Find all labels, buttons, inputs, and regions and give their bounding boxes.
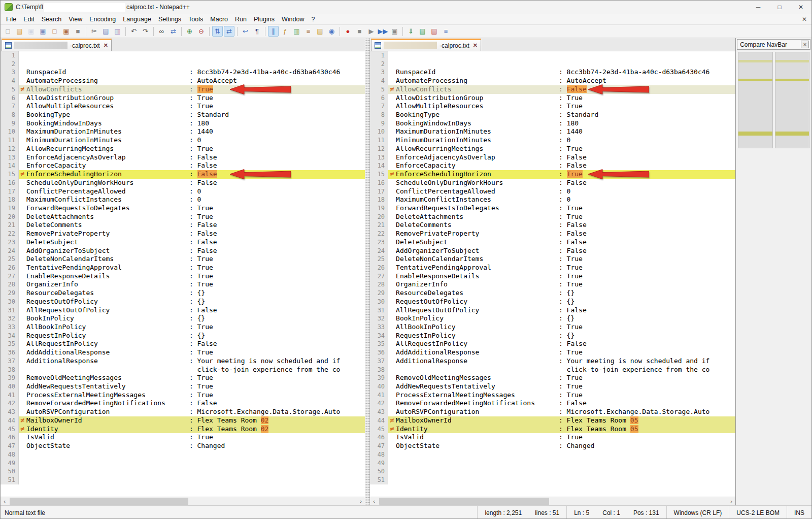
compare-navbar-close-icon[interactable]: ✕ <box>801 41 809 48</box>
editor-line[interactable]: 38 click-to-join experience from the co <box>370 366 735 374</box>
function-list-icon[interactable]: ƒ <box>280 26 290 37</box>
editor-line[interactable]: 30 RequestOutOfPolicy: {} <box>370 298 735 306</box>
editor-line[interactable]: 1 <box>1 51 365 60</box>
navbar-diff-stripe[interactable] <box>775 132 809 136</box>
editor-line[interactable]: 47 ObjectState: Changed <box>370 442 735 450</box>
word-wrap-icon[interactable]: ↩ <box>240 26 251 37</box>
sync-horizontal-scrolling-icon[interactable]: ⇄ <box>224 26 234 37</box>
menu-item-tools[interactable]: Tools <box>185 15 207 24</box>
editor-line[interactable]: 11 MinimumDurationInMinutes: 0 <box>370 136 735 145</box>
editor-line[interactable]: 21 DeleteComments: False <box>1 221 365 230</box>
editor-line[interactable]: 4 AutomateProcessing: AutoAccept <box>370 77 735 85</box>
editor-line[interactable]: 15≠EnforceSchedulingHorizon: False <box>1 170 365 179</box>
status-insert-mode[interactable]: INS <box>787 506 811 519</box>
editor-line[interactable]: 36 AddAdditionalResponse: True <box>1 348 365 357</box>
editor-line[interactable]: 4 AutomateProcessing: AutoAccept <box>1 77 365 85</box>
menu-item-help[interactable]: ? <box>308 15 318 24</box>
indent-guide-icon[interactable]: ∥ <box>268 26 279 37</box>
editor-line[interactable]: 44≠MailboxOwnerId: Flex Teams Room 02 <box>1 416 365 425</box>
navbar-column-left[interactable] <box>738 52 772 148</box>
macro-run-multiple-icon[interactable]: ▶▶ <box>378 26 388 37</box>
document-list-icon[interactable]: ≡ <box>303 26 314 37</box>
editor-line[interactable]: 28 OrganizerInfo: True <box>370 280 735 289</box>
zoom-out-icon[interactable]: ⊖ <box>196 26 207 37</box>
editor-line[interactable]: 39 RemoveOldMeetingMessages: True <box>370 374 735 382</box>
navbar-column-right[interactable] <box>775 52 809 148</box>
editor-line[interactable]: 21 DeleteComments: False <box>370 221 735 230</box>
scroll-right-arrow-icon[interactable]: › <box>727 498 735 504</box>
editor-line[interactable]: 51 <box>370 476 735 484</box>
minimize-button[interactable]: ─ <box>748 1 769 14</box>
editor-line[interactable]: 46 IsValid: True <box>370 433 735 442</box>
editor-line[interactable]: 42 RemoveForwardedMeetingNotifications: … <box>1 399 365 408</box>
editor-line[interactable]: 3 RunspaceId: 8cc3bb74-2e3d-41ba-a40c-d6… <box>1 68 365 77</box>
print-icon[interactable]: ■ <box>73 26 83 37</box>
menu-item-settings[interactable]: Settings <box>155 15 185 24</box>
editor-line[interactable]: 23 DeleteSubject: False <box>1 238 365 247</box>
editor-line[interactable]: 29 ResourceDelegates: {} <box>1 289 365 298</box>
macro-stop-icon[interactable]: ■ <box>354 26 365 37</box>
editor-line[interactable]: 45≠Identity: Flex Teams Room 05 <box>370 425 735 434</box>
menu-item-file[interactable]: File <box>3 15 20 24</box>
editor-line[interactable]: 38 click-to-join experience from the co <box>1 366 365 374</box>
macro-play-icon[interactable]: ▶ <box>366 26 377 37</box>
editor-line[interactable]: 5≠AllowConflicts: False <box>370 85 735 94</box>
menubar-close-icon[interactable]: ✕ <box>800 16 811 23</box>
navbar-diff-stripe[interactable] <box>738 79 772 81</box>
editor-line[interactable]: 19 ForwardRequestsToDelegates: True <box>370 204 735 213</box>
right-editor[interactable]: 1 2 3 RunspaceId: 8cc3bb74-2e3d-41ba-a40… <box>370 51 735 497</box>
editor-line[interactable]: 44≠MailboxOwnerId: Flex Teams Room 05 <box>370 416 735 425</box>
editor-line[interactable]: 17 ConflictPercentageAllowed: 0 <box>370 187 735 196</box>
editor-line[interactable]: 9 BookingWindowInDays: 180 <box>370 119 735 128</box>
editor-line[interactable]: 27 EnableResponseDetails: True <box>370 272 735 281</box>
editor-line[interactable]: 15≠EnforceSchedulingHorizon: True <box>370 170 735 179</box>
editor-line[interactable]: 42 RemoveForwardedMeetingNotifications: … <box>370 399 735 408</box>
editor-line[interactable]: 16 ScheduleOnlyDuringWorkHours: False <box>370 179 735 187</box>
editor-line[interactable]: 18 MaximumConflictInstances: 0 <box>370 196 735 204</box>
editor-line[interactable]: 10 MaximumDurationInMinutes: 1440 <box>1 127 365 136</box>
close-button[interactable]: ✕ <box>790 1 811 14</box>
navbar-diff-stripe[interactable] <box>775 60 809 62</box>
show-all-characters-icon[interactable]: ¶ <box>252 26 262 37</box>
editor-line[interactable]: 19 ForwardRequestsToDelegates: True <box>1 204 365 213</box>
editor-line[interactable]: 28 OrganizerInfo: True <box>1 280 365 289</box>
editor-line[interactable]: 34 RequestInPolicy: {} <box>1 332 365 340</box>
editor-line[interactable]: 20 DeleteAttachments: True <box>1 213 365 221</box>
status-encoding[interactable]: UCS-2 LE BOM <box>729 506 787 519</box>
editor-line[interactable]: 10 MaximumDurationInMinutes: 1440 <box>370 127 735 136</box>
paste-icon[interactable]: ▥ <box>112 26 123 37</box>
menu-item-search[interactable]: Search <box>38 15 65 24</box>
macro-record-icon[interactable]: ● <box>343 26 353 37</box>
folder-as-workspace-icon[interactable]: ▤ <box>315 26 325 37</box>
right-horizontal-scrollbar[interactable]: ‹ › <box>370 497 735 505</box>
tab-calproc-left[interactable]: -calproc.txt ✕ <box>2 39 112 51</box>
editor-line[interactable]: 6 AllowDistributionGroup: True <box>370 94 735 103</box>
compare-set-first-icon[interactable]: ⇓ <box>405 26 416 37</box>
menu-item-view[interactable]: View <box>65 15 86 24</box>
editor-line[interactable]: 12 AllowRecurringMeetings: True <box>1 145 365 153</box>
editor-line[interactable]: 50 <box>370 467 735 476</box>
menu-item-window[interactable]: Window <box>278 15 308 24</box>
find-icon[interactable]: ∞ <box>156 26 167 37</box>
editor-line[interactable]: 50 <box>1 467 365 476</box>
editor-line[interactable]: 11 MinimumDurationInMinutes: 0 <box>1 136 365 145</box>
menu-item-edit[interactable]: Edit <box>20 15 38 24</box>
left-editor[interactable]: 1 2 3 RunspaceId: 8cc3bb74-2e3d-41ba-a40… <box>1 51 365 497</box>
editor-line[interactable]: 49 <box>1 459 365 468</box>
tab-close-icon[interactable]: ✕ <box>472 42 478 49</box>
editor-line[interactable]: 20 DeleteAttachments: True <box>370 213 735 221</box>
copy-icon[interactable]: ▤ <box>100 26 111 37</box>
editor-line[interactable]: 48 <box>370 450 735 459</box>
menu-item-language[interactable]: Language <box>119 15 155 24</box>
scroll-left-arrow-icon[interactable]: ‹ <box>370 498 378 504</box>
editor-line[interactable]: 26 TentativePendingApproval: True <box>370 264 735 272</box>
editor-line[interactable]: 30 RequestOutOfPolicy: {} <box>1 298 365 306</box>
pane-splitter[interactable] <box>365 38 369 505</box>
editor-line[interactable]: 31 AllRequestOutOfPolicy: False <box>370 306 735 315</box>
scrollbar-thumb[interactable] <box>10 498 188 505</box>
editor-line[interactable]: 22 RemovePrivateProperty: False <box>370 230 735 238</box>
save-icon[interactable]: ▣ <box>26 26 37 37</box>
redo-icon[interactable]: ↷ <box>140 26 151 37</box>
editor-line[interactable]: 46 IsValid: True <box>1 433 365 442</box>
open-file-icon[interactable]: ▤ <box>14 26 25 37</box>
